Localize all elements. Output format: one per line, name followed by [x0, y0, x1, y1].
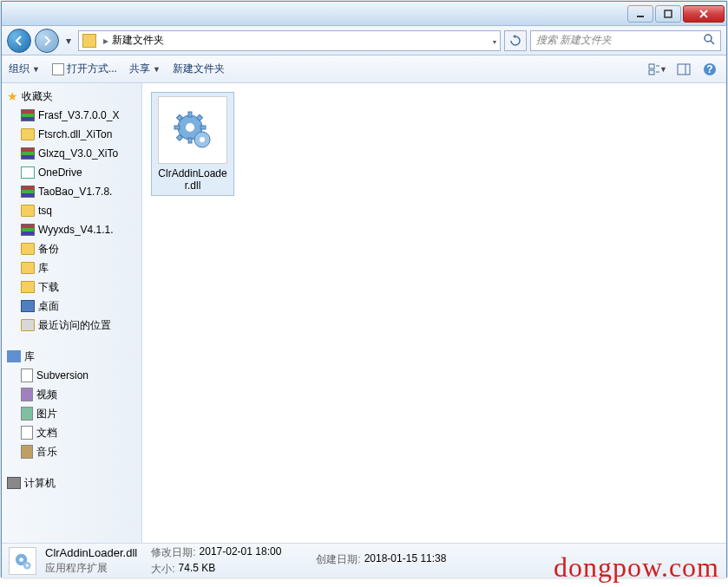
svg-text:?: ?: [706, 63, 712, 75]
toolbar: 组织 ▼ 打开方式... 共享 ▼ 新建文件夹 ▼ ?: [2, 55, 726, 83]
navigation-row: ▾ ▸ 新建文件夹 搜索 新建文件夹: [2, 26, 726, 55]
sidebar-item[interactable]: Frasf_V3.7.0.0_X: [2, 106, 141, 125]
folder-icon: [21, 243, 35, 255]
sidebar-item-label: 下载: [38, 280, 59, 295]
sidebar-item[interactable]: Wyyxds_V4.1.1.: [2, 220, 141, 239]
size-label: 大小:: [151, 562, 174, 577]
sidebar-item[interactable]: 图片: [2, 404, 141, 423]
sidebar-item[interactable]: tsq: [2, 201, 141, 220]
svg-point-13: [186, 123, 194, 132]
svg-point-2: [705, 35, 712, 42]
file-item[interactable]: ClrAddinLoader.dll: [151, 92, 234, 196]
desktop-icon: [21, 300, 35, 312]
computer-header[interactable]: 计算机: [2, 473, 141, 492]
svg-rect-8: [678, 64, 690, 75]
chevron-down-icon: ▼: [153, 65, 161, 74]
organize-button[interactable]: 组织 ▼: [9, 62, 40, 76]
preview-pane-button[interactable]: [674, 61, 693, 78]
sidebar-item-label: Glxzq_V3.0_XiTo: [38, 147, 118, 160]
create-date-label: 创建日期:: [316, 552, 360, 567]
sidebar-item[interactable]: 音乐: [2, 442, 141, 461]
details-filename: ClrAddinLoader.dll: [45, 546, 137, 559]
libraries-header[interactable]: 库: [2, 347, 141, 366]
search-icon[interactable]: [703, 33, 715, 48]
favorites-header[interactable]: ★ 收藏夹: [2, 87, 141, 106]
libraries-label: 库: [24, 349, 35, 364]
titlebar[interactable]: [2, 2, 726, 26]
svg-rect-15: [188, 138, 192, 143]
navigation-sidebar: ★ 收藏夹 Frasf_V3.7.0.0_XFtsrch.dll_XiTonGl…: [2, 83, 142, 543]
mod-date-label: 修改日期:: [151, 545, 195, 560]
favorites-label: 收藏夹: [22, 89, 53, 104]
sidebar-item-label: 文档: [36, 426, 57, 440]
svg-rect-4: [649, 64, 654, 68]
maximize-button[interactable]: [655, 5, 681, 23]
star-icon: ★: [7, 89, 18, 103]
watermark: dongpow.com: [554, 551, 719, 584]
address-bar[interactable]: ▸ 新建文件夹: [78, 30, 501, 51]
history-dropdown[interactable]: ▾: [62, 29, 75, 53]
sidebar-item[interactable]: 备份: [2, 239, 141, 258]
svg-rect-14: [188, 112, 192, 117]
new-folder-button[interactable]: 新建文件夹: [173, 62, 225, 76]
archive-icon: [21, 186, 35, 198]
sidebar-item-label: TaoBao_V1.7.8.: [38, 186, 112, 198]
file-list-pane[interactable]: ClrAddinLoader.dll: [142, 83, 726, 543]
archive-icon: [21, 109, 35, 121]
archive-icon: [21, 224, 35, 236]
details-thumbnail: [9, 547, 36, 575]
open-with-button[interactable]: 打开方式...: [52, 62, 117, 76]
sidebar-item[interactable]: Ftsrch.dll_XiTon: [2, 125, 141, 144]
gear-icon: [171, 108, 214, 152]
cloud-icon: [21, 166, 35, 179]
path-separator-icon: ▸: [103, 35, 108, 47]
minimize-button[interactable]: [627, 5, 653, 23]
close-button[interactable]: [683, 5, 725, 23]
recent-icon: [21, 319, 35, 331]
search-input[interactable]: 搜索 新建文件夹: [530, 30, 721, 51]
sidebar-item[interactable]: TaoBao_V1.7.8.: [2, 182, 141, 201]
share-label: 共享: [129, 62, 150, 76]
share-button[interactable]: 共享 ▼: [129, 62, 161, 76]
view-options-button[interactable]: ▼: [648, 61, 667, 78]
file-name-label: ClrAddinLoader.dll: [155, 167, 230, 192]
refresh-button[interactable]: [504, 30, 527, 51]
folder-icon: [21, 205, 35, 217]
sidebar-item-label: tsq: [38, 205, 52, 217]
archive-icon: [21, 147, 35, 160]
document-icon: [21, 426, 33, 440]
svg-point-27: [26, 564, 29, 566]
help-button[interactable]: ?: [700, 61, 719, 78]
breadcrumb-item[interactable]: 新建文件夹: [112, 33, 164, 48]
chevron-down-icon: ▼: [659, 65, 667, 74]
size-value: 74.5 KB: [179, 562, 216, 577]
chevron-down-icon: ▼: [32, 65, 40, 74]
sidebar-item-label: 图片: [36, 407, 57, 421]
forward-button[interactable]: [35, 29, 59, 53]
svg-point-23: [200, 137, 205, 142]
app-icon: [52, 63, 64, 75]
file-thumbnail: [158, 96, 227, 164]
sidebar-item[interactable]: 视频: [2, 385, 141, 404]
open-with-label: 打开方式...: [67, 62, 117, 76]
back-button[interactable]: [7, 29, 31, 53]
sidebar-item[interactable]: 下载: [2, 277, 141, 297]
sidebar-item-label: 桌面: [38, 299, 59, 314]
search-placeholder: 搜索 新建文件夹: [536, 33, 612, 48]
sidebar-item[interactable]: 桌面: [2, 297, 141, 316]
gear-icon: [12, 551, 33, 571]
path-dropdown-icon[interactable]: [491, 35, 496, 47]
sidebar-item[interactable]: Subversion: [2, 366, 141, 385]
download-icon: [21, 281, 35, 293]
sidebar-item-label: Ftsrch.dll_XiTon: [38, 128, 112, 140]
sidebar-item[interactable]: OneDrive: [2, 163, 141, 182]
body-area: ★ 收藏夹 Frasf_V3.7.0.0_XFtsrch.dll_XiTonGl…: [2, 83, 726, 543]
sidebar-item-label: 视频: [36, 388, 57, 402]
sidebar-item[interactable]: Glxzq_V3.0_XiTo: [2, 144, 141, 163]
svg-rect-5: [649, 70, 654, 75]
sidebar-item[interactable]: 库: [2, 258, 141, 277]
svg-rect-17: [200, 126, 206, 129]
explorer-window: ▾ ▸ 新建文件夹 搜索 新建文件夹 组织 ▼ 打开方式...: [1, 1, 727, 577]
sidebar-item[interactable]: 最近访问的位置: [2, 316, 141, 335]
sidebar-item[interactable]: 文档: [2, 423, 141, 442]
